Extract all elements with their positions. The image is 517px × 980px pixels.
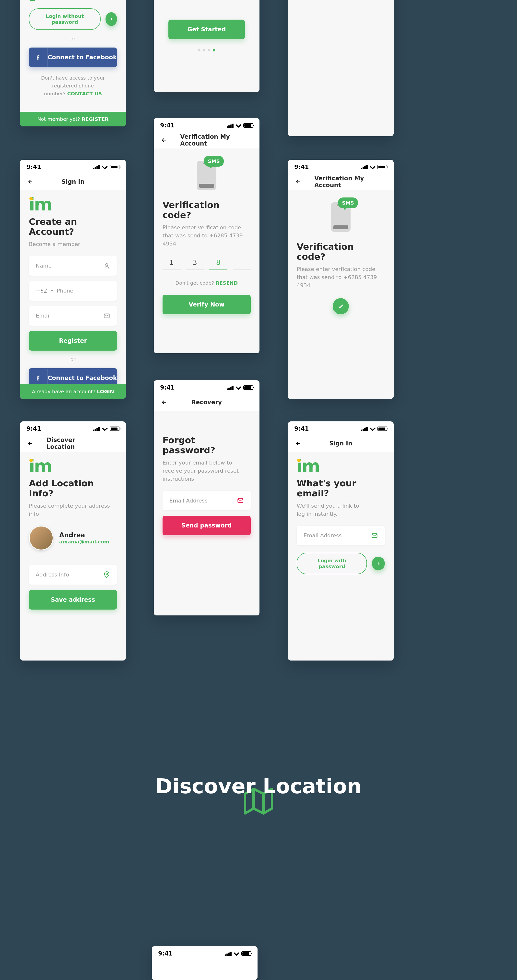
save-address-button[interactable]: Save address <box>29 590 117 609</box>
back-button[interactable] <box>294 178 302 186</box>
wifi-icon <box>102 165 108 169</box>
page-title: Add Location Info? <box>29 478 117 498</box>
email-input[interactable] <box>170 498 237 504</box>
login-with-password-button[interactable]: Login with password <box>297 553 367 574</box>
mail-icon <box>237 497 244 504</box>
code-cell-3[interactable]: 8 <box>209 256 227 270</box>
send-password-button[interactable]: Send password <box>163 516 251 535</box>
battery-icon <box>377 165 387 169</box>
facebook-button[interactable]: Connect to Facebook <box>29 48 117 67</box>
back-button[interactable] <box>160 398 168 406</box>
section-title: Discover Location <box>0 774 517 798</box>
wifi-icon <box>102 426 108 431</box>
sms-illustration: SMS <box>163 161 251 190</box>
status-bar: 9:41 <box>20 160 126 173</box>
code-inputs[interactable]: 1 3 8 <box>163 256 251 270</box>
logo: im <box>29 197 51 212</box>
page-title: Verification code? <box>297 242 385 262</box>
page-dots <box>154 49 260 51</box>
address-field[interactable] <box>29 565 117 585</box>
back-button[interactable] <box>27 439 34 447</box>
register-footer[interactable]: Not member yet? REGISTER <box>20 112 126 126</box>
email-field[interactable] <box>297 526 385 546</box>
page-subtitle: Please enter verfication code that was s… <box>297 265 385 290</box>
page-subtitle: Become a member <box>29 240 117 248</box>
svg-point-15 <box>106 573 108 575</box>
battery-icon <box>243 123 253 128</box>
user-row: Andrea amama@mail.com <box>29 526 117 550</box>
login-without-password-button[interactable]: Login without password <box>29 8 101 30</box>
header-title: Sign In <box>62 178 84 185</box>
status-bar: 9:41 <box>154 118 260 132</box>
proceed-button[interactable] <box>106 12 117 26</box>
wifi-icon <box>370 426 376 431</box>
facebook-icon <box>29 48 48 67</box>
name-field[interactable] <box>29 256 117 275</box>
signal-icon <box>227 385 233 390</box>
page-title: Create an Account? <box>29 216 117 237</box>
battery-icon <box>109 426 119 431</box>
status-bar: 9:41 <box>152 946 257 960</box>
time-label: 9:41 <box>158 950 173 957</box>
wifi-icon <box>233 951 239 956</box>
status-bar: 9:41 <box>154 380 260 394</box>
status-bar: 9:41 <box>20 422 126 435</box>
header-title: Verification My Account <box>314 175 367 189</box>
signal-icon <box>227 123 233 128</box>
header-title: Sign In <box>329 440 352 447</box>
location-pin-icon <box>103 571 110 578</box>
time-label: 9:41 <box>160 384 175 391</box>
email-input[interactable] <box>303 532 371 539</box>
email-field[interactable] <box>29 306 117 326</box>
signal-icon <box>361 426 368 431</box>
verify-button[interactable]: Verify Now <box>163 295 251 314</box>
time-label: 9:41 <box>294 164 309 170</box>
battery-icon <box>109 165 119 169</box>
name-input[interactable] <box>36 262 103 269</box>
checkbox-icon <box>29 0 36 2</box>
back-button[interactable] <box>294 439 302 447</box>
remember-row[interactable]: Remember Password <box>29 0 117 2</box>
page-title: Forgot password? <box>163 435 251 455</box>
back-button[interactable] <box>160 136 168 144</box>
status-bar: 9:41 <box>288 422 393 435</box>
mail-icon <box>103 312 110 319</box>
contact-us-link[interactable]: CONTACT US <box>67 91 102 97</box>
time-label: 9:41 <box>160 122 175 129</box>
back-button[interactable] <box>27 178 34 186</box>
signal-icon <box>225 951 232 956</box>
battery-icon <box>241 951 251 956</box>
wifi-icon <box>235 385 241 390</box>
sms-illustration: SMS <box>297 202 385 232</box>
battery-icon <box>377 426 387 431</box>
phone-field[interactable]: +62 <box>29 281 117 301</box>
register-button[interactable]: Register <box>29 331 117 351</box>
phone-input[interactable] <box>57 288 124 294</box>
page-subtitle: Please enter verfication code that was s… <box>163 223 251 248</box>
time-label: 9:41 <box>27 164 41 170</box>
facebook-label: Connect to Facebook <box>48 48 117 67</box>
phone-prefix[interactable]: +62 <box>36 288 52 294</box>
header-title: Verification My Account <box>180 133 233 147</box>
time-label: 9:41 <box>27 425 41 432</box>
remember-label: Remember Password <box>40 0 97 1</box>
help-text: Don't have access to your registered pho… <box>29 74 117 97</box>
time-label: 9:41 <box>294 425 309 432</box>
avatar <box>29 526 53 550</box>
signal-icon <box>93 165 100 169</box>
status-bar: 9:41 <box>288 160 393 173</box>
page-title: What's your email? <box>297 478 385 498</box>
proceed-button[interactable] <box>372 557 385 570</box>
email-input[interactable] <box>36 313 103 319</box>
address-input[interactable] <box>36 571 103 578</box>
code-cell-2[interactable]: 3 <box>186 256 204 270</box>
get-started-button[interactable]: Get Started <box>168 20 245 39</box>
code-cell-1[interactable]: 1 <box>163 256 181 270</box>
page-subtitle: Enter your email below to receive your p… <box>163 459 251 483</box>
resend-link[interactable]: RESEND <box>216 280 238 286</box>
code-cell-4[interactable] <box>233 256 251 270</box>
page-subtitle: We'll send you a link to log in instantl… <box>297 502 365 518</box>
wifi-icon <box>370 165 376 169</box>
login-footer[interactable]: Already have an account? LOGIN <box>20 384 126 399</box>
email-field[interactable] <box>163 491 251 510</box>
